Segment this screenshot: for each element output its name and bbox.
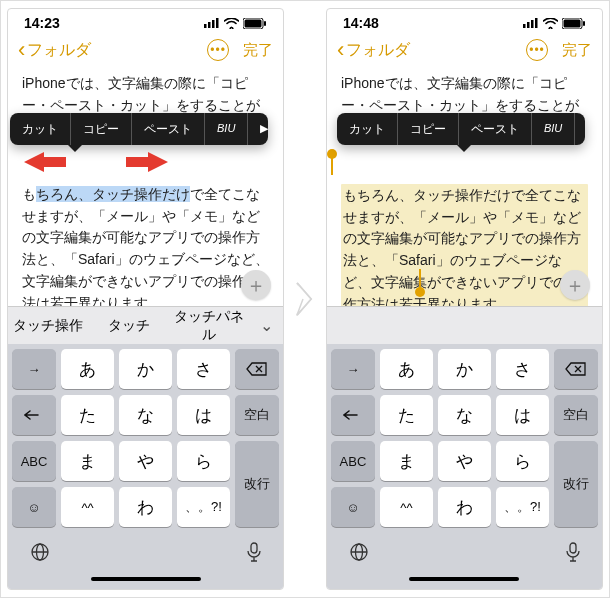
key-space[interactable]: 空白 (235, 395, 279, 435)
menu-paste[interactable]: ペースト (459, 113, 532, 145)
key-a[interactable]: あ (61, 349, 114, 389)
key-undo[interactable] (12, 395, 56, 435)
key-backspace[interactable] (235, 349, 279, 389)
note-content[interactable]: iPhoneでは、文字編集の際に「コピー・ペースト・カット」をすることができます… (8, 69, 283, 306)
predictive-bar: タッチ操作 タッチ タッチパネル ⌄ (8, 306, 283, 344)
key-na[interactable]: な (438, 395, 491, 435)
signal-icon (204, 18, 220, 28)
text-selection[interactable]: ちろん、タッチ操作だけ (36, 186, 190, 202)
key-enter[interactable]: 改行 (235, 441, 279, 527)
svg-rect-6 (264, 21, 266, 26)
svg-marker-8 (126, 152, 168, 172)
key-arrow[interactable]: → (12, 349, 56, 389)
key-na[interactable]: な (119, 395, 172, 435)
predict-expand[interactable]: ⌄ (249, 316, 283, 335)
menu-cut[interactable]: カット (10, 113, 71, 145)
text-selection[interactable]: もちろん、タッチ操作だけで全てこなせますが、「メール」や「メモ」などの文字編集が… (341, 184, 588, 306)
predict-option[interactable]: タッチパネル (169, 308, 249, 344)
menu-copy[interactable]: コピー (398, 113, 459, 145)
svg-rect-3 (216, 18, 219, 28)
chevron-left-icon: ‹ (337, 39, 344, 61)
status-right (523, 18, 586, 29)
chevron-right-icon (293, 279, 317, 319)
menu-more[interactable]: ▶ (248, 113, 268, 145)
key-a[interactable]: あ (380, 349, 433, 389)
key-caret[interactable]: ^^ (61, 487, 114, 527)
menu-paste[interactable]: ペースト (132, 113, 205, 145)
more-button[interactable]: ••• (207, 39, 229, 61)
paragraph-2: もちろん、タッチ操作だけで全てこなせますが、「メール」や「メモ」などの文字編集が… (22, 184, 269, 306)
back-button[interactable]: ‹ フォルダ (337, 39, 410, 61)
status-right (204, 18, 267, 29)
menu-copy[interactable]: コピー (71, 113, 132, 145)
key-ma[interactable]: ま (380, 441, 433, 481)
red-arrow-left-icon (24, 151, 66, 173)
menu-more[interactable]: ▶ (575, 113, 585, 145)
back-label: フォルダ (346, 40, 410, 61)
key-punc[interactable]: 、。?! (177, 487, 230, 527)
add-button[interactable]: ＋ (241, 270, 271, 300)
status-time: 14:48 (343, 15, 379, 31)
menu-tail-icon (457, 145, 471, 152)
key-ya[interactable]: や (119, 441, 172, 481)
key-ma[interactable]: ま (61, 441, 114, 481)
back-button[interactable]: ‹ フォルダ (18, 39, 91, 61)
more-button[interactable]: ••• (526, 39, 548, 61)
done-button[interactable]: 完了 (562, 41, 592, 60)
key-emoji[interactable]: ☺ (331, 487, 375, 527)
key-arrow[interactable]: → (331, 349, 375, 389)
key-space[interactable]: 空白 (554, 395, 598, 435)
key-ta[interactable]: た (380, 395, 433, 435)
add-button[interactable]: ＋ (560, 270, 590, 300)
key-caret[interactable]: ^^ (380, 487, 433, 527)
key-enter[interactable]: 改行 (554, 441, 598, 527)
svg-rect-18 (564, 19, 581, 27)
key-ta[interactable]: た (61, 395, 114, 435)
wifi-icon (543, 18, 558, 29)
svg-rect-19 (583, 21, 585, 26)
key-wo[interactable]: わ (438, 487, 491, 527)
key-ra[interactable]: ら (177, 441, 230, 481)
keyboard: → あ か さ た な は ABC ま や ら ☺ (327, 344, 602, 533)
menu-biu[interactable]: BIU (205, 113, 248, 145)
svg-rect-1 (208, 22, 211, 28)
key-ha[interactable]: は (496, 395, 549, 435)
key-ha[interactable]: は (177, 395, 230, 435)
note-content[interactable]: iPhoneでは、文字編集の際に「コピー・ペースト・カット」をすることができます… (327, 69, 602, 306)
key-abc[interactable]: ABC (331, 441, 375, 481)
predictive-bar-empty (327, 306, 602, 344)
key-ka[interactable]: か (119, 349, 172, 389)
key-ya[interactable]: や (438, 441, 491, 481)
nav-bar: ‹ フォルダ ••• 完了 (327, 33, 602, 69)
mic-icon[interactable] (566, 542, 580, 566)
key-abc[interactable]: ABC (12, 441, 56, 481)
key-wo[interactable]: わ (119, 487, 172, 527)
text-edit-menu: カット コピー ペースト BIU ▶ (10, 113, 268, 145)
key-punc[interactable]: 、。?! (496, 487, 549, 527)
battery-icon (562, 18, 586, 29)
svg-rect-23 (570, 543, 576, 553)
predict-option[interactable]: タッチ操作 (8, 317, 88, 335)
key-ka[interactable]: か (438, 349, 491, 389)
key-sa[interactable]: さ (177, 349, 230, 389)
key-sa[interactable]: さ (496, 349, 549, 389)
nav-bar: ‹ フォルダ ••• 完了 (8, 33, 283, 69)
home-indicator (8, 569, 283, 589)
predict-option[interactable]: タッチ (88, 317, 168, 335)
paragraph-2: もちろん、タッチ操作だけで全てこなせますが、「メール」や「メモ」などの文字編集が… (343, 187, 581, 306)
globe-icon[interactable] (30, 542, 50, 566)
key-backspace[interactable] (554, 349, 598, 389)
globe-icon[interactable] (349, 542, 369, 566)
key-undo[interactable] (331, 395, 375, 435)
home-indicator (327, 569, 602, 589)
menu-cut[interactable]: カット (337, 113, 398, 145)
battery-icon (243, 18, 267, 29)
key-ra[interactable]: ら (496, 441, 549, 481)
svg-rect-15 (531, 20, 534, 28)
svg-marker-7 (24, 152, 66, 172)
done-button[interactable]: 完了 (243, 41, 273, 60)
key-emoji[interactable]: ☺ (12, 487, 56, 527)
keyboard-system-row (327, 533, 602, 569)
menu-biu[interactable]: BIU (532, 113, 575, 145)
mic-icon[interactable] (247, 542, 261, 566)
